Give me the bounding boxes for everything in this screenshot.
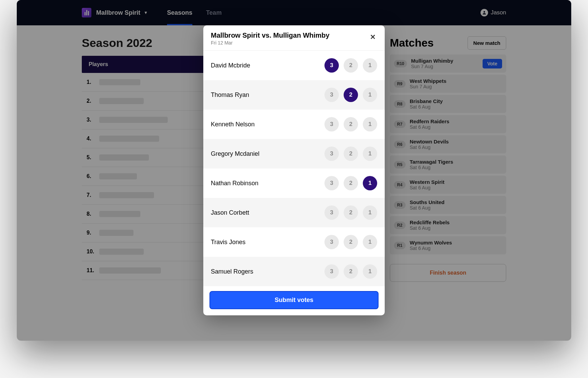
vote-option-1[interactable]: 1: [363, 264, 377, 279]
vote-player-name: Travis Jones: [211, 239, 245, 246]
vote-option-3[interactable]: 3: [324, 176, 339, 190]
close-icon: ✕: [370, 33, 376, 41]
vote-player-name: David Mcbride: [211, 62, 250, 69]
vote-option-2[interactable]: 2: [344, 235, 358, 249]
vote-button-group: 321: [324, 147, 377, 161]
app-window: Mallbrow Spirit ▼ Seasons Team Jason Sea…: [17, 0, 571, 341]
vote-option-1[interactable]: 1: [363, 235, 377, 249]
close-button[interactable]: ✕: [369, 32, 377, 42]
vote-option-2[interactable]: 2: [344, 58, 358, 73]
vote-row: Gregory Mcdaniel321: [203, 139, 385, 168]
vote-modal: Mallbrow Spirit vs. Mulligan Whimby Fri …: [203, 25, 385, 315]
vote-option-3[interactable]: 3: [324, 235, 339, 249]
vote-player-name: Thomas Ryan: [211, 91, 249, 99]
vote-option-3[interactable]: 3: [324, 117, 339, 131]
vote-row: Thomas Ryan321: [203, 80, 385, 110]
vote-row: Jason Corbett321: [203, 198, 385, 227]
vote-player-name: Nathan Robinson: [211, 180, 258, 187]
vote-option-2[interactable]: 2: [344, 205, 358, 220]
vote-option-2[interactable]: 2: [344, 147, 358, 161]
vote-row: David Mcbride321: [203, 51, 385, 80]
modal-subtitle: Fri 12 Mar: [211, 40, 330, 46]
vote-button-group: 321: [324, 235, 377, 249]
vote-option-3[interactable]: 3: [324, 58, 339, 73]
vote-row: Samuel Rogers321: [203, 257, 385, 286]
vote-player-name: Kenneth Nelson: [211, 121, 255, 128]
modal-overlay: Mallbrow Spirit vs. Mulligan Whimby Fri …: [17, 0, 571, 341]
vote-button-group: 321: [324, 264, 377, 279]
vote-row: Kenneth Nelson321: [203, 110, 385, 139]
vote-option-1[interactable]: 1: [363, 205, 377, 220]
vote-button-group: 321: [324, 88, 377, 102]
vote-button-group: 321: [324, 205, 377, 220]
vote-option-1[interactable]: 1: [363, 176, 377, 190]
vote-option-3[interactable]: 3: [324, 147, 339, 161]
modal-title: Mallbrow Spirit vs. Mulligan Whimby: [211, 32, 330, 39]
vote-option-2[interactable]: 2: [344, 117, 358, 131]
vote-row: Nathan Robinson321: [203, 168, 385, 198]
vote-button-group: 321: [324, 176, 377, 190]
vote-button-group: 321: [324, 58, 377, 73]
submit-votes-button[interactable]: Submit votes: [209, 291, 379, 309]
vote-button-group: 321: [324, 117, 377, 131]
vote-option-3[interactable]: 3: [324, 88, 339, 102]
vote-option-2[interactable]: 2: [344, 88, 358, 102]
vote-option-2[interactable]: 2: [344, 264, 358, 279]
vote-player-name: Jason Corbett: [211, 209, 249, 216]
vote-row: Travis Jones321: [203, 227, 385, 257]
vote-option-3[interactable]: 3: [324, 264, 339, 279]
vote-option-1[interactable]: 1: [363, 117, 377, 131]
vote-player-name: Gregory Mcdaniel: [211, 150, 259, 158]
vote-player-name: Samuel Rogers: [211, 268, 253, 275]
vote-option-1[interactable]: 1: [363, 147, 377, 161]
vote-option-3[interactable]: 3: [324, 205, 339, 220]
vote-option-1[interactable]: 1: [363, 88, 377, 102]
vote-option-1[interactable]: 1: [363, 58, 377, 73]
vote-option-2[interactable]: 2: [344, 176, 358, 190]
